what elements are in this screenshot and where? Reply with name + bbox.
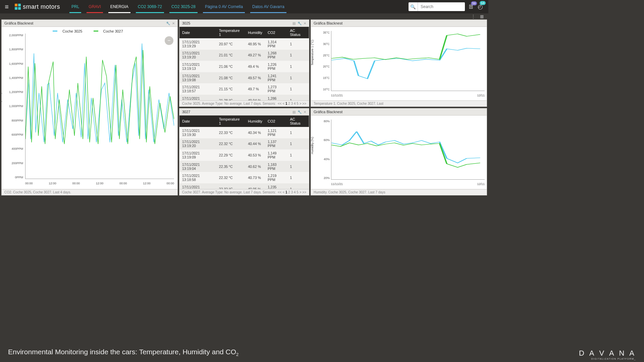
panel-table-3027: 3027 ▤🔧✕ DateTemperature 1HumidityCO2AC … (179, 108, 309, 195)
panel-title: Gráfica Blacknest 🔧✕ (2, 20, 177, 27)
kebab-icon[interactable]: ⋮ (471, 14, 475, 19)
y-ticks: 2,000PPM1,800PPM1,600PPM1,400PPM1,200PPM… (6, 34, 23, 179)
menu-icon[interactable]: ≡ (0, 3, 13, 11)
topbar-right: 🔍 🗎59 ◴14 (409, 2, 488, 11)
tab-prl[interactable]: PRL (67, 0, 84, 13)
close-icon[interactable]: ✕ (304, 21, 306, 25)
pager[interactable]: << < 1 2 3 4 5 > >> (278, 190, 306, 194)
toolbar: ⋮ ▦ (0, 13, 488, 19)
chart-body[interactable]: Humidity (%) 80%60%40%20% 11/11/2112/11 (311, 116, 487, 189)
panel-table-3025: 3025 ▤🔧✕ DateTemperature 1HumidityCO2AC … (179, 19, 309, 107)
title-text: Gráfica Blacknest (4, 21, 33, 25)
nav-tabs: PRL GRAVI ENERGIA CO2 3069-72 CO2 3025-2… (67, 0, 289, 13)
table-row[interactable]: 17/11/2021 13:19:1321.06 °C49.4 %1,226 P… (179, 61, 309, 72)
tab-gravi[interactable]: GRAVI (84, 0, 105, 13)
search: 🔍 (409, 2, 465, 11)
dashboard: Gráfica Blacknest 🔧✕ Coche 3025 Coche 30… (0, 19, 488, 194)
clock-badge: 14 (480, 1, 486, 5)
plot-area[interactable] (25, 34, 174, 179)
title-text: Gráfica Blacknest (314, 110, 342, 114)
y-ticks: 35°C30°C25°C20°C15°C10°C (320, 31, 330, 91)
panel-temp-chart: Gráfica Blacknest Temperature 1 (°C) 35°… (311, 19, 487, 107)
table-row[interactable]: 17/11/2021 13:18:4721.28 °C49.94 %1,286 … (179, 95, 309, 100)
y-axis-label: Humidity (%) (311, 137, 314, 154)
tab-datos[interactable]: Datos AV Gavarra (248, 0, 289, 13)
brand-text: smart motors (23, 3, 60, 10)
notif-badge: 59 (471, 1, 477, 5)
tab-pagina0[interactable]: Página 0 AV Cornella (200, 0, 248, 13)
table-row[interactable]: 17/11/2021 13:19:0422.35 °C40.62 %1,183 … (179, 161, 309, 172)
y-axis-label: Temperature 1 (°C) (311, 40, 314, 65)
panel-hum-chart: Gráfica Blacknest Humidity (%) 80%60%40%… (311, 108, 487, 195)
legend-3025: Coche 3025 (62, 29, 82, 33)
table-row[interactable]: 17/11/2021 13:18:4422.32 °C40.95 %1,235 … (179, 183, 309, 189)
tab-co2-3069[interactable]: CO2 3069-72 (133, 0, 167, 13)
logo-icon (15, 4, 21, 10)
wrench-icon[interactable]: 🔧 (298, 110, 302, 114)
wrench-icon[interactable]: 🔧 (298, 21, 302, 25)
title-text: 3025 (182, 21, 190, 25)
table-row[interactable]: 17/11/2021 13:18:5822.32 °C40.73 %1,219 … (179, 172, 309, 183)
x-ticks: 00:0012:0000:0012:0000:0012:0000:00 (25, 182, 174, 185)
y-axis-label: CO2 (PPM) (2, 92, 2, 110)
panel-footer: CO2. Coche 3025, Coche 3027. Last 4 days… (2, 189, 177, 195)
chart-icon[interactable]: ▤ (292, 110, 296, 114)
table-row[interactable]: 17/11/2021 13:19:2920.97 °C48.95 %1,314 … (179, 38, 309, 50)
y-ticks: 80%60%40%20% (320, 120, 330, 180)
notifications-icon[interactable]: 🗎59 (468, 3, 474, 10)
logo[interactable]: smart motors (15, 3, 60, 10)
table-row[interactable]: 17/11/2021 13:18:5721.15 °C49.7 %1,273 P… (179, 83, 309, 95)
x-ticks: 11/11/2112/11 (331, 182, 485, 186)
title-text: Gráfica Blacknest (314, 21, 342, 25)
search-input[interactable] (418, 2, 465, 11)
data-table-3025: DateTemperature 1HumidityCO2AC Status17/… (179, 27, 309, 100)
table-row[interactable]: 17/11/2021 13:19:2021.01 °C49.27 %1,268 … (179, 50, 309, 61)
clock-icon[interactable]: ◴14 (478, 3, 483, 10)
tab-co2-3025[interactable]: CO2 3025-28 (167, 0, 200, 13)
wrench-icon[interactable]: 🔧 (166, 21, 170, 25)
chart-icon[interactable]: ▤ (292, 21, 296, 25)
x-ticks: 11/11/2112/11 (331, 94, 485, 97)
chart-body[interactable]: Coche 3025 Coche 3027 − CO2 (PPM) 2,000P… (2, 27, 177, 189)
legend-3027: Coche 3027 (103, 29, 123, 33)
data-table-3027: DateTemperature 1HumidityCO2AC Status17/… (179, 116, 309, 189)
search-icon[interactable]: 🔍 (409, 2, 418, 11)
chart-body[interactable]: Temperature 1 (°C) 35°C30°C25°C20°C15°C1… (311, 27, 487, 100)
panel-co2-chart: Gráfica Blacknest 🔧✕ Coche 3025 Coche 30… (1, 19, 178, 195)
close-icon[interactable]: ✕ (304, 110, 306, 114)
topbar: ≡ smart motors PRL GRAVI ENERGIA CO2 306… (0, 0, 488, 13)
tab-energia[interactable]: ENERGIA (106, 0, 133, 13)
pager[interactable]: << < 1 2 3 4 5 > >> (278, 102, 306, 105)
table-row[interactable]: 17/11/2021 13:19:3022.33 °C40.34 %1,121 … (179, 127, 309, 138)
title-text: 3027 (182, 110, 190, 114)
table-row[interactable]: 17/11/2021 13:19:2022.32 °C40.44 %1,137 … (179, 138, 309, 150)
table-row[interactable]: 17/11/2021 13:19:0821.08 °C49.57 %1,241 … (179, 72, 309, 84)
table-row[interactable]: 17/11/2021 13:19:0922.29 °C40.53 %1,149 … (179, 149, 309, 161)
close-icon[interactable]: ✕ (172, 21, 175, 25)
grid-icon[interactable]: ▦ (480, 14, 484, 19)
